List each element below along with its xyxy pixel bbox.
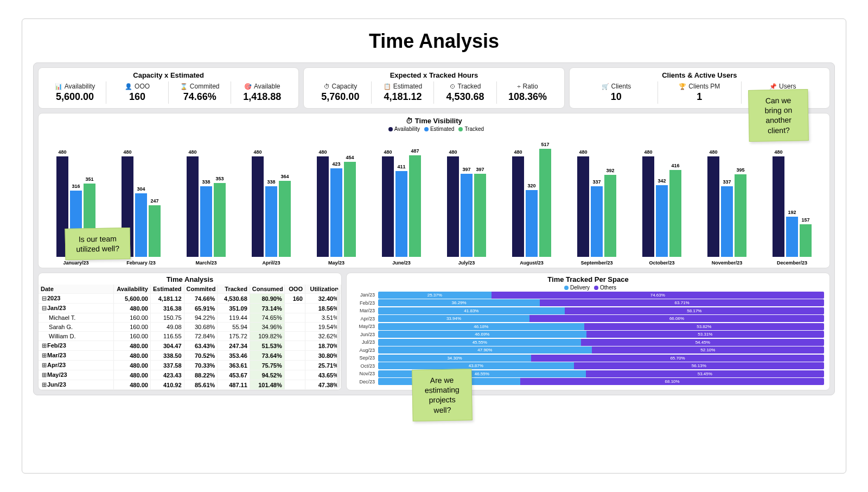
bar[interactable]: 353 <box>214 183 226 257</box>
bar[interactable]: 304 <box>135 193 147 257</box>
bar[interactable]: 480 <box>577 156 589 257</box>
table-header[interactable]: Commited <box>184 285 218 294</box>
expand-icon[interactable]: ⊞ <box>41 371 47 379</box>
stacked-bar[interactable]: 36.29%63.71% <box>378 299 824 306</box>
table-row[interactable]: ⊞Jun/23480.00410.9285.61%487.11101.48%47… <box>39 380 341 390</box>
expand-icon[interactable]: ⊟ <box>41 305 47 312</box>
stacked-seg-delivery: 46.55% <box>378 370 586 377</box>
bar[interactable]: 320 <box>526 190 538 257</box>
stacked-bar[interactable]: 41.83%58.17% <box>378 307 824 314</box>
bar[interactable]: 423 <box>330 168 342 257</box>
table-cell: ⊟2023 <box>39 294 113 304</box>
stacked-bar[interactable]: 47.90%52.10% <box>378 346 824 354</box>
table-header[interactable]: Utilization <box>305 285 341 294</box>
bar[interactable]: 337 <box>721 186 733 257</box>
sticky-note[interactable]: Are we estimating projects well? <box>412 369 473 421</box>
table-cell <box>284 304 305 313</box>
table-row[interactable]: ⊞Mar/23480.00338.5070.52%353.4673.64%30.… <box>39 351 341 361</box>
bar-value-label: 304 <box>137 186 145 192</box>
expand-icon[interactable]: ⊟ <box>41 295 47 302</box>
stacked-bar[interactable]: 45.55%54.45% <box>378 339 824 346</box>
stacked-bar[interactable]: 46.69%53.31% <box>378 331 824 338</box>
bar[interactable]: 411 <box>395 171 407 257</box>
table-row[interactable]: Michael T.160.00150.7594.22%119.4474.65%… <box>39 313 341 323</box>
kpi-value: 5,760.00 <box>312 91 368 103</box>
table-cell: 49.08 <box>150 323 184 332</box>
stacked-bar[interactable]: 25.37%74.63% <box>378 292 824 299</box>
stacked-seg-delivery: 46.18% <box>378 323 584 330</box>
bar[interactable]: 157 <box>800 224 812 257</box>
bar[interactable]: 480 <box>187 156 199 257</box>
table-cell: 351.09 <box>218 304 250 313</box>
table-cell: 337.58 <box>150 361 184 370</box>
table-row[interactable]: Sarah G.160.0049.0830.68%55.9434.96%19.5… <box>39 323 341 332</box>
table-cell: 80.90% <box>250 294 284 304</box>
table-cell: 30.80% <box>305 351 341 361</box>
stacked-bar[interactable]: 43.87%56.13% <box>378 362 824 369</box>
bar[interactable]: 337 <box>591 186 603 257</box>
stacked-seg-others: 53.31% <box>586 331 824 338</box>
stacked-bar[interactable]: 34.30%65.70% <box>378 355 824 362</box>
kpi-label: 👤OOO <box>110 83 165 90</box>
bar-category-label: February /23 <box>126 260 156 266</box>
expand-icon[interactable]: ⊞ <box>41 362 47 369</box>
stacked-row-label: Nov/23 <box>352 371 375 376</box>
stacked-bar[interactable]: 46.18%53.82% <box>378 323 824 330</box>
bar[interactable]: 416 <box>669 170 681 257</box>
bar[interactable]: 392 <box>604 175 616 257</box>
bar[interactable]: 397 <box>474 174 486 257</box>
bar[interactable]: 517 <box>539 149 551 257</box>
table-header[interactable]: Tracked <box>218 285 250 294</box>
bar[interactable]: 480 <box>447 156 459 257</box>
sticky-note[interactable]: Is our team utilized well? <box>65 228 130 260</box>
bar[interactable]: 480 <box>252 156 264 257</box>
kpi-value: 4,530.68 <box>437 91 493 103</box>
kpi-item: 🏆Clients PM1 <box>658 81 741 104</box>
bar[interactable]: 480 <box>707 156 719 257</box>
table-cell: 119.44 <box>218 313 250 323</box>
bar[interactable]: 395 <box>735 174 746 257</box>
table-row[interactable]: William D.160.00116.5572.84%175.72109.82… <box>39 332 341 341</box>
table-row[interactable]: ⊞Feb/23480.00304.4763.43%247.3451.53%18.… <box>39 341 341 351</box>
bar[interactable]: 338 <box>265 186 277 257</box>
bar[interactable]: 480 <box>642 156 654 257</box>
table-header[interactable]: Date <box>39 285 113 294</box>
bar[interactable]: 480 <box>382 156 394 257</box>
table-row[interactable]: ⊞Apr/23480.00337.5870.33%363.6175.75%25.… <box>39 361 341 370</box>
kpi-item: 👤OOO160 <box>106 81 169 104</box>
table-row[interactable]: ⊞May/23480.00423.4388.22%453.6794.52%43.… <box>39 370 341 380</box>
table-cell: 160.00 <box>113 332 150 341</box>
kpi-item: 🎯Available1,418.88 <box>231 81 293 104</box>
bar-value-label: 454 <box>346 155 354 160</box>
bar[interactable]: 192 <box>786 217 798 257</box>
bar[interactable]: 480 <box>512 156 524 257</box>
bar-value-label: 480 <box>58 149 66 155</box>
stacked-row: Aug/2347.90%52.10% <box>352 346 824 354</box>
bar[interactable]: 338 <box>200 186 212 257</box>
sticky-note[interactable]: Can we bring on another client? <box>748 89 809 142</box>
bar[interactable]: 454 <box>344 162 356 257</box>
table-cell: 480.00 <box>113 351 150 361</box>
bar[interactable]: 487 <box>409 155 421 257</box>
bar[interactable]: 480 <box>773 156 784 257</box>
expand-icon[interactable]: ⊞ <box>41 342 47 349</box>
table-header[interactable]: Availability <box>113 285 150 294</box>
kpi-icon: 🏆 <box>679 83 686 90</box>
stacked-bar[interactable]: 33.94%66.06% <box>378 315 824 322</box>
table-header[interactable]: OOO <box>284 285 305 294</box>
bar-value-label: 480 <box>579 149 587 155</box>
bar[interactable]: 247 <box>149 205 161 257</box>
kpi-icon: ⏲ <box>450 83 456 90</box>
scrollbar[interactable] <box>337 289 340 388</box>
bar[interactable]: 364 <box>279 181 291 257</box>
expand-icon[interactable]: ⊞ <box>41 352 47 359</box>
table-row[interactable]: ⊟Jan/23480.00316.3865.91%351.0973.14%18.… <box>39 304 341 313</box>
stacked-seg-others: 53.82% <box>584 323 824 330</box>
table-row[interactable]: ⊟20235,600.004,181.1274.66%4,530.6880.90… <box>39 294 341 304</box>
table-header[interactable]: Estimated <box>150 285 184 294</box>
bar[interactable]: 342 <box>656 185 668 257</box>
bar[interactable]: 397 <box>461 174 473 257</box>
table-header[interactable]: Consumed <box>250 285 284 294</box>
bar[interactable]: 480 <box>317 156 329 257</box>
expand-icon[interactable]: ⊞ <box>41 381 47 388</box>
